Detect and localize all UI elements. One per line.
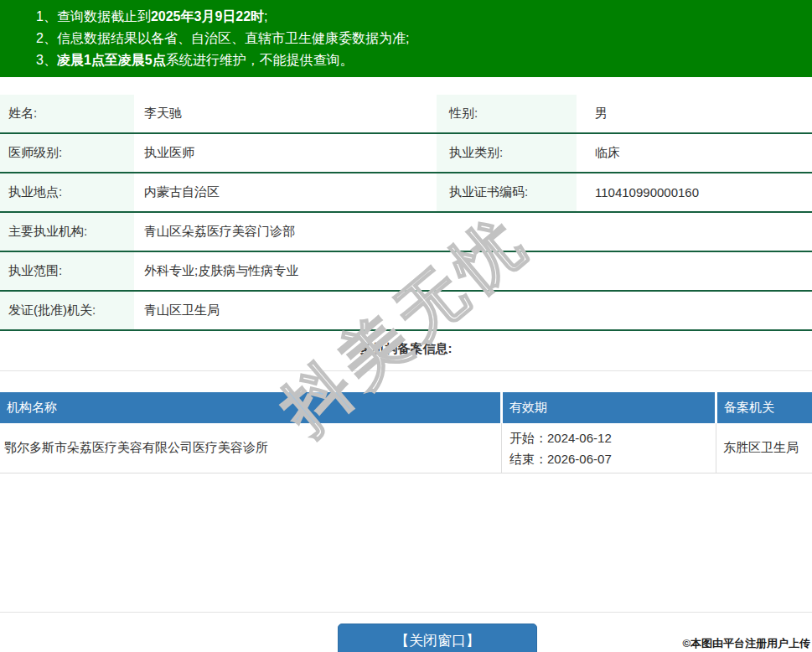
notice-1-bold: 2025年3月9日22时 <box>151 9 264 23</box>
row-level-category: 医师级别: 执业医师 执业类别: 临床 <box>0 134 812 173</box>
query-result-page: 1、查询数据截止到2025年3月9日22时; 2、信息数据结果以各省、自治区、直… <box>0 0 812 652</box>
filing-table-row: 鄂尔多斯市朵荔医疗美容有限公司医疗美容诊所 开始：2024-06-12 结束：2… <box>0 423 812 473</box>
label-practice-scope: 执业范围: <box>0 252 134 290</box>
label-practice-category: 执业类别: <box>437 134 577 172</box>
cell-filing-authority: 东胜区卫生局 <box>716 423 812 473</box>
value-doctor-level: 执业医师 <box>144 134 194 172</box>
filing-section-title: 多机构备案信息: <box>0 341 812 357</box>
header-filing-authority: 备案机关 <box>717 392 812 423</box>
filing-table-header: 机构名称 有效期 备案机关 <box>0 392 812 423</box>
practitioner-info-table: 姓名: 李天驰 性别: 男 医师级别: 执业医师 执业类别: 临床 执业地点: … <box>0 95 812 331</box>
notice-1-text: 1、查询数据截止到 <box>36 9 151 23</box>
notice-banner: 1、查询数据截止到2025年3月9日22时; 2、信息数据结果以各省、自治区、直… <box>0 0 812 77</box>
notice-line-1: 1、查询数据截止到2025年3月9日22时; <box>36 6 812 28</box>
validity-end-date: 结束：2026-06-07 <box>509 448 716 469</box>
label-doctor-level: 医师级别: <box>0 134 134 172</box>
value-gender: 男 <box>595 95 608 132</box>
divider-above-footer <box>0 612 812 613</box>
value-certificate-number: 110410990000160 <box>595 173 699 211</box>
label-name: 姓名: <box>0 95 134 132</box>
value-practice-location: 内蒙古自治区 <box>144 173 220 211</box>
notice-line-3: 3、凌晨1点至凌晨5点系统进行维护，不能提供查询。 <box>36 49 812 71</box>
header-institution-name: 机构名称 <box>0 392 500 423</box>
value-main-institution: 青山区朵荔医疗美容门诊部 <box>144 213 295 251</box>
notice-line-2: 2、信息数据结果以各省、自治区、直辖市卫生健康委数据为准; <box>36 28 812 49</box>
label-main-institution: 主要执业机构: <box>0 213 134 251</box>
row-name-gender: 姓名: 李天驰 性别: 男 <box>0 95 812 134</box>
row-issuing-authority: 发证(批准)机关: 青山区卫生局 <box>0 292 812 331</box>
label-gender: 性别: <box>437 95 577 132</box>
value-name: 李天驰 <box>144 95 182 132</box>
row-practice-scope: 执业范围: 外科专业;皮肤病与性病专业 <box>0 252 812 292</box>
header-validity-period: 有效期 <box>503 392 715 423</box>
row-main-institution: 主要执业机构: 青山区朵荔医疗美容门诊部 <box>0 213 812 252</box>
label-issuing-authority: 发证(批准)机关: <box>0 292 134 329</box>
cell-institution-name: 鄂尔多斯市朵荔医疗美容有限公司医疗美容诊所 <box>0 423 502 473</box>
notice-1-suffix: ; <box>264 9 267 23</box>
value-issuing-authority: 青山区卫生局 <box>144 292 220 329</box>
divider-above-filing-table <box>0 370 812 371</box>
notice-3-suffix: 系统进行维护，不能提供查询。 <box>166 53 354 67</box>
value-practice-category: 临床 <box>595 134 620 172</box>
label-practice-location: 执业地点: <box>0 173 134 211</box>
notice-2-text: 2、信息数据结果以各省、自治区、直辖市卫生健康委数据为准; <box>36 31 409 45</box>
row-location-certificate: 执业地点: 内蒙古自治区 执业证书编码: 110410990000160 <box>0 173 812 213</box>
close-window-button[interactable]: 【关闭窗口】 <box>338 624 537 652</box>
validity-start-date: 开始：2024-06-12 <box>509 427 716 448</box>
label-certificate-number: 执业证书编码: <box>437 173 577 211</box>
cell-validity-period: 开始：2024-06-12 结束：2026-06-07 <box>502 423 716 473</box>
notice-3-bold: 凌晨1点至凌晨5点 <box>57 53 166 67</box>
copyright-watermark-text: ©本图由平台注册用户上传 <box>682 636 810 651</box>
value-practice-scope: 外科专业;皮肤病与性病专业 <box>144 252 298 290</box>
notice-3-text: 3、 <box>36 53 57 67</box>
